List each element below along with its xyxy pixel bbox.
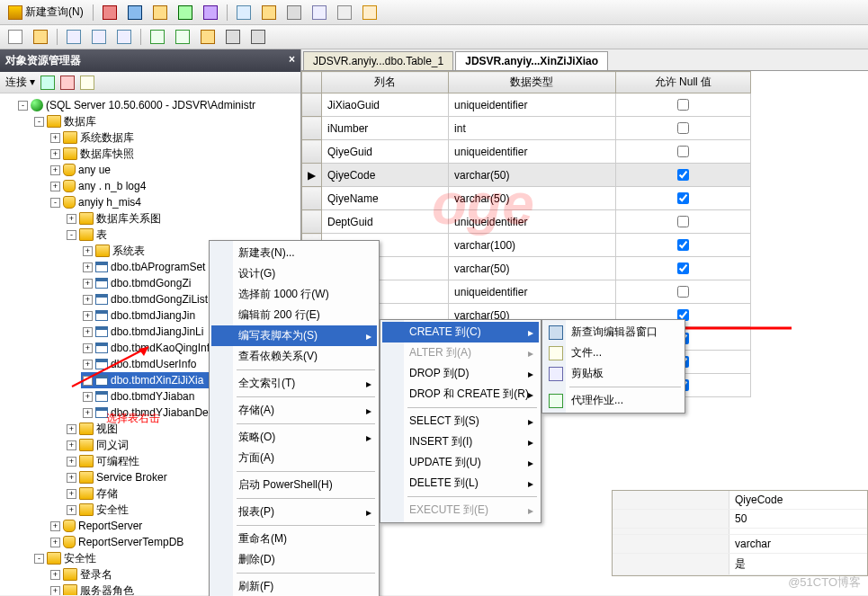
- ctx-refresh[interactable]: 刷新(F): [211, 576, 377, 596]
- tb-btn-10[interactable]: [333, 3, 356, 22]
- ctx-delete-to[interactable]: DELETE 到(L)▸: [382, 473, 539, 494]
- db-current[interactable]: anyiy h_mis4: [78, 194, 141, 210]
- allow-null-checkbox[interactable]: [677, 122, 689, 134]
- tb-btn-4[interactable]: [174, 3, 197, 22]
- server-node[interactable]: (SQL Server 10.50.6000 - JDSVR\Administr: [46, 97, 255, 113]
- cell-data-type[interactable]: uniqueidentifier: [449, 210, 616, 234]
- connect-dropdown[interactable]: 连接 ▾: [5, 75, 35, 90]
- cell-column-name[interactable]: iNumber: [322, 117, 449, 140]
- tab-table1[interactable]: JDSVR.anyiy...dbo.Table_1: [303, 51, 453, 70]
- allow-null-checkbox[interactable]: [677, 216, 689, 227]
- tb2-7[interactable]: [171, 27, 194, 47]
- allow-null-checkbox[interactable]: [677, 169, 689, 181]
- context-menu-table[interactable]: 新建表(N)... 设计(G) 选择前 1000 行(W) 编辑前 200 行(…: [209, 240, 380, 596]
- ctx-select-top[interactable]: 选择前 1000 行(W): [211, 284, 377, 305]
- table-row[interactable]: ▶ QiyeCode varchar(50): [302, 164, 751, 187]
- db-obscured-2[interactable]: any . n_b log4: [78, 178, 146, 194]
- table-row[interactable]: QiyeGuid uniqueidentifier: [302, 140, 751, 164]
- allow-null-checkbox[interactable]: [677, 99, 689, 111]
- table-node[interactable]: dbo.tbmdYJiabanDep: [111, 405, 214, 421]
- table-node[interactable]: dbo.tbmdYJiaban: [111, 388, 194, 405]
- prop-type[interactable]: varchar: [729, 535, 867, 553]
- programmability-node[interactable]: 可编程性: [96, 453, 139, 469]
- reportserver-node[interactable]: ReportServer: [78, 518, 142, 534]
- panel-close-button[interactable]: ×: [289, 53, 295, 68]
- cell-column-name[interactable]: DeptGuid: [322, 210, 449, 234]
- cell-column-name[interactable]: QiyeCode: [322, 164, 449, 187]
- table-row[interactable]: iNumber int: [302, 117, 751, 140]
- allow-null-checkbox[interactable]: [677, 262, 689, 274]
- table-node[interactable]: dbo.tbmdJiangJin: [111, 307, 195, 324]
- ctx-drop-create-to[interactable]: DROP 和 CREATE 到(R)▸: [382, 384, 539, 405]
- ctx-fulltext[interactable]: 全文索引(T)▸: [211, 373, 377, 394]
- tb2-3[interactable]: [62, 27, 85, 47]
- cell-column-name[interactable]: JiXiaoGuid: [322, 93, 449, 117]
- table-node[interactable]: dbo.tbmdUserInfo: [111, 356, 196, 372]
- table-node[interactable]: dbo.tbmdGongZiList: [111, 291, 208, 307]
- tb2-2[interactable]: [29, 27, 52, 47]
- cell-data-type[interactable]: varchar(50): [449, 257, 616, 280]
- cell-data-type[interactable]: varchar(100): [449, 234, 616, 257]
- server-roles-node[interactable]: 服务器角色: [80, 583, 134, 595]
- table-row[interactable]: JiXiaoGuid uniqueidentifier: [302, 93, 751, 117]
- tb2-9[interactable]: [221, 27, 245, 47]
- databases-node[interactable]: 数据库: [64, 113, 96, 129]
- column-properties[interactable]: QiyeCode 50 varchar 是: [612, 490, 868, 576]
- ctx-edit-top[interactable]: 编辑前 200 行(E): [211, 305, 377, 325]
- table-node[interactable]: dbo.tbAProgramSet: [111, 259, 205, 275]
- ctx-update-to[interactable]: UPDATE 到(U)▸: [382, 452, 539, 473]
- prop-blank[interactable]: [729, 529, 867, 534]
- ctx-reports[interactable]: 报表(P)▸: [211, 502, 377, 522]
- cell-column-name[interactable]: QiyeGuid: [322, 140, 449, 164]
- tb2-5[interactable]: [112, 27, 136, 47]
- logins-node[interactable]: 登录名: [80, 566, 112, 583]
- filter-icon[interactable]: [80, 76, 94, 90]
- reportserver-temp-node[interactable]: ReportServerTempDB: [78, 534, 183, 550]
- tab-xinzijixiao[interactable]: JDSVR.anyiy...XinZiJiXiao: [455, 51, 608, 70]
- synonyms-node[interactable]: 同义词: [96, 437, 129, 453]
- tables-node[interactable]: 表: [96, 227, 107, 243]
- tb-btn-11[interactable]: [358, 3, 381, 22]
- tb2-1[interactable]: [4, 27, 27, 47]
- ctx-facets[interactable]: 方面(A): [211, 448, 377, 468]
- cell-data-type[interactable]: int: [449, 117, 616, 140]
- storage-node[interactable]: 存储: [96, 485, 118, 502]
- tb2-4[interactable]: [87, 27, 111, 47]
- ctx-file[interactable]: 文件...: [544, 342, 683, 363]
- ctx-clipboard[interactable]: 剪贴板: [544, 363, 683, 384]
- tb2-6[interactable]: [146, 27, 169, 47]
- tb-btn-6[interactable]: [232, 3, 255, 22]
- db-obscured-1[interactable]: any ue: [78, 162, 111, 178]
- tb2-10[interactable]: [246, 27, 270, 47]
- allow-null-checkbox[interactable]: [677, 286, 689, 298]
- cell-data-type[interactable]: varchar(50): [449, 187, 616, 210]
- tb-btn-9[interactable]: [308, 3, 331, 22]
- ctx-select-to[interactable]: SELECT 到(S)▸: [382, 411, 539, 431]
- col-header-type[interactable]: 数据类型: [449, 72, 616, 93]
- table-node[interactable]: dbo.tbmdJiangJinLi: [111, 324, 203, 340]
- col-header-null[interactable]: 允许 Null 值: [615, 72, 750, 93]
- prop-name[interactable]: QiyeCode: [729, 491, 867, 509]
- prop-nullable[interactable]: 是: [729, 554, 867, 574]
- sys-db-node[interactable]: 系统数据库: [80, 129, 134, 146]
- cell-data-type[interactable]: uniqueidentifier: [449, 93, 616, 117]
- ctx-drop-to[interactable]: DROP 到(D)▸: [382, 363, 539, 384]
- db-snapshot-node[interactable]: 数据库快照: [80, 146, 134, 162]
- diagrams-node[interactable]: 数据库关系图: [96, 210, 161, 227]
- table-row[interactable]: QiyeName varchar(50): [302, 187, 751, 210]
- cell-data-type[interactable]: varchar(50): [449, 164, 616, 187]
- table-node[interactable]: dbo.tbmdGongZi: [111, 275, 191, 291]
- ctx-new-table[interactable]: 新建表(N)...: [211, 243, 377, 263]
- tb-btn-2[interactable]: [123, 3, 147, 22]
- tb-btn-7[interactable]: [257, 3, 281, 22]
- tb-btn-5[interactable]: [199, 3, 222, 22]
- tb-btn-8[interactable]: [282, 3, 306, 22]
- allow-null-checkbox[interactable]: [677, 239, 689, 251]
- context-menu-target[interactable]: 新查询编辑器窗口 文件... 剪贴板 代理作业...: [541, 319, 685, 414]
- cell-column-name[interactable]: QiyeName: [322, 187, 449, 210]
- security-top-node[interactable]: 安全性: [64, 550, 96, 566]
- ctx-rename[interactable]: 重命名(M): [211, 529, 377, 549]
- col-header-name[interactable]: 列名: [322, 72, 449, 93]
- table-row[interactable]: DeptGuid uniqueidentifier: [302, 210, 751, 234]
- allow-null-checkbox[interactable]: [677, 146, 689, 157]
